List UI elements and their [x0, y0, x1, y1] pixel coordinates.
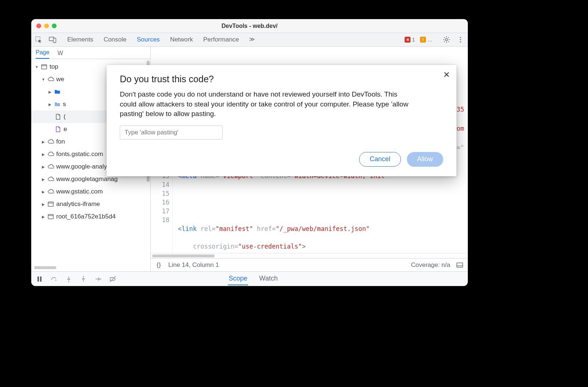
- tree-disclosure-icon[interactable]: [42, 190, 45, 194]
- svg-point-4: [460, 37, 461, 38]
- svg-point-5: [460, 39, 461, 40]
- pretty-print-icon[interactable]: {}: [155, 261, 162, 269]
- step-icon[interactable]: [94, 275, 102, 283]
- tree-disclosure-icon[interactable]: [42, 77, 45, 82]
- tree-label: s: [63, 101, 66, 108]
- tree-label: www.gstatic.com: [56, 188, 103, 195]
- settings-icon[interactable]: [443, 36, 450, 43]
- code-line: [178, 189, 468, 198]
- navigator-tab-page[interactable]: Page: [36, 49, 49, 59]
- step-over-icon[interactable]: [50, 275, 58, 283]
- svg-point-6: [460, 41, 461, 42]
- cloud-icon: [47, 151, 54, 158]
- navigator-tab-workspace[interactable]: W: [57, 50, 63, 59]
- dialog-body: Don't paste code you do not understand o…: [120, 90, 414, 119]
- tab-watch[interactable]: Watch: [258, 272, 278, 285]
- error-badge[interactable]: ✕ 1: [405, 37, 415, 43]
- tab-performance[interactable]: Performance: [203, 36, 239, 43]
- cursor-position: Line 14, Column 1: [168, 261, 219, 269]
- debugger-tabs: Scope Watch: [116, 272, 390, 285]
- allow-button[interactable]: Allow: [407, 152, 443, 167]
- debug-controls: [36, 275, 116, 283]
- window-icon: [47, 213, 54, 220]
- step-into-icon[interactable]: [65, 275, 72, 283]
- tab-scope[interactable]: Scope: [228, 272, 248, 285]
- device-toolbar-icon[interactable]: [49, 36, 56, 43]
- kebab-menu-icon[interactable]: [457, 36, 464, 43]
- navigator-tabs: Page W: [31, 47, 150, 59]
- close-window-button[interactable]: [36, 23, 41, 28]
- allow-pasting-input[interactable]: [120, 126, 223, 140]
- tree-label: (: [64, 113, 66, 120]
- devtools-window: DevTools - web.dev/ Elements Console Sou…: [31, 19, 468, 286]
- tree-disclosure-icon[interactable]: [42, 215, 45, 219]
- step-out-icon[interactable]: [80, 275, 87, 283]
- tree-disclosure-icon[interactable]: [48, 90, 52, 94]
- pause-icon[interactable]: [36, 275, 43, 283]
- trust-code-dialog: ✕ Do you trust this code? Don't paste co…: [107, 65, 456, 176]
- tree-hscrollbar[interactable]: [34, 266, 147, 270]
- tree-disclosure-icon[interactable]: [42, 140, 45, 144]
- line-number: 15: [151, 189, 169, 198]
- window-icon: [41, 64, 47, 70]
- inspect-element-icon[interactable]: [35, 36, 42, 43]
- tree-disclosure-icon[interactable]: [42, 177, 45, 181]
- coverage-label: Coverage: n/a: [411, 261, 450, 269]
- svg-rect-7: [42, 65, 47, 69]
- dialog-close-icon[interactable]: ✕: [443, 70, 450, 80]
- tree-disclosure-icon[interactable]: [35, 65, 39, 69]
- more-tabs-button[interactable]: ≫: [249, 36, 255, 43]
- minimize-window-button[interactable]: [44, 23, 49, 28]
- tab-elements[interactable]: Elements: [67, 36, 93, 43]
- tab-console[interactable]: Console: [104, 36, 126, 43]
- svg-point-20: [100, 278, 101, 279]
- main-tabs: Elements Console Sources Network Perform…: [67, 36, 398, 43]
- dialog-buttons: Cancel Allow: [120, 152, 443, 167]
- error-count: 1: [412, 37, 415, 43]
- tab-sources[interactable]: Sources: [137, 36, 159, 43]
- svg-rect-13: [457, 263, 463, 267]
- tree-disclosure-icon[interactable]: [48, 102, 52, 106]
- svg-rect-11: [48, 214, 53, 219]
- svg-rect-2: [53, 38, 56, 43]
- warning-count: …: [427, 37, 433, 43]
- svg-rect-16: [40, 276, 42, 282]
- line-number: 16: [151, 198, 169, 207]
- code-line: [178, 207, 468, 216]
- cloud-icon: [47, 176, 54, 182]
- file-icon: [55, 113, 61, 120]
- tree-disclosure-icon[interactable]: [42, 202, 45, 206]
- tree-label: analytics-iframe: [56, 200, 100, 208]
- editor-hscrollbar[interactable]: [151, 253, 468, 258]
- tree-row-frame[interactable]: analytics-iframe: [31, 198, 150, 210]
- tab-network[interactable]: Network: [170, 36, 193, 43]
- fullscreen-window-button[interactable]: [52, 23, 57, 28]
- svg-rect-15: [37, 276, 39, 282]
- window-title: DevTools - web.dev/: [31, 23, 468, 29]
- svg-point-19: [83, 276, 84, 277]
- folder-icon: [54, 101, 61, 108]
- tree-label: top: [50, 63, 58, 70]
- tree-row-frame[interactable]: root_616a752e1b5d4: [31, 210, 150, 223]
- cloud-icon: [47, 188, 54, 195]
- tree-row-origin[interactable]: www.gstatic.com: [31, 185, 150, 198]
- traffic-lights: [36, 23, 57, 28]
- cancel-button[interactable]: Cancel: [359, 152, 401, 167]
- line-number: 14: [151, 180, 169, 189]
- svg-line-21: [110, 276, 116, 282]
- deactivate-breakpoints-icon[interactable]: [109, 275, 116, 283]
- editor-statusbar: {} Line 14, Column 1 Coverage: n/a: [151, 258, 468, 271]
- cloud-icon: [47, 163, 54, 170]
- cloud-icon: [47, 138, 54, 145]
- devtools-tabbar: Elements Console Sources Network Perform…: [31, 33, 468, 47]
- tree-label: fon: [56, 138, 65, 145]
- warning-badge[interactable]: ! …: [420, 37, 433, 43]
- tree-label: we: [56, 76, 64, 83]
- line-number: 18: [151, 216, 169, 224]
- error-icon: ✕: [405, 37, 410, 43]
- tree-disclosure-icon[interactable]: [42, 152, 45, 156]
- dialog-title: Do you trust this code?: [120, 74, 443, 84]
- tree-label: e: [64, 126, 67, 133]
- tree-disclosure-icon[interactable]: [42, 165, 45, 169]
- toggle-drawer-icon[interactable]: [456, 261, 463, 269]
